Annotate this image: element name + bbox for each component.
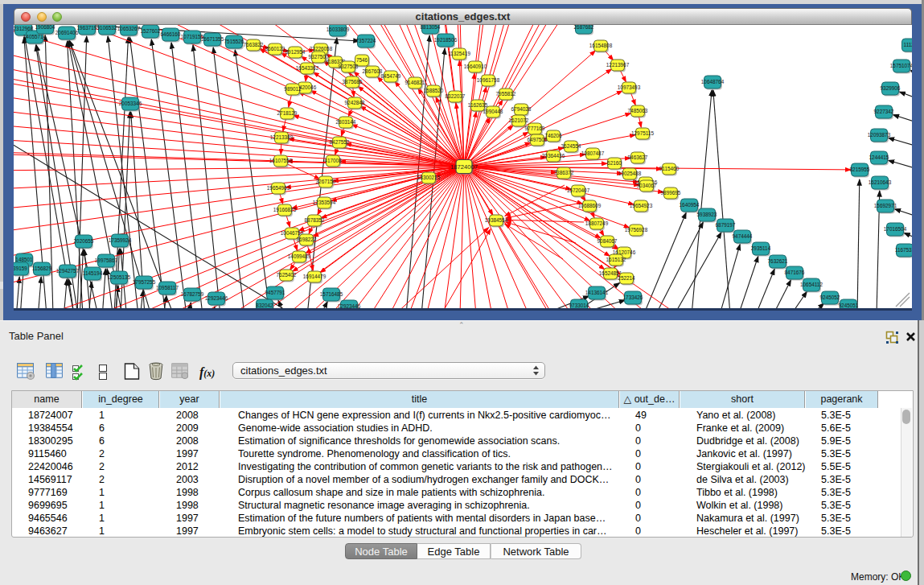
svg-text:7357224: 7357224 — [356, 38, 376, 43]
svg-text:11325419: 11325419 — [448, 51, 470, 56]
svg-text:19654963: 19654963 — [267, 185, 290, 191]
svg-text:10807487: 10807487 — [581, 150, 605, 156]
svg-text:2020655: 2020655 — [74, 238, 94, 244]
svg-text:1145194: 1145194 — [83, 270, 103, 276]
svg-text:17957255: 17957255 — [133, 279, 156, 285]
svg-text:20053346: 20053346 — [119, 101, 142, 106]
svg-text:1244415: 1244415 — [869, 154, 889, 160]
svg-text:19384554: 19384554 — [485, 217, 508, 223]
svg-text:17016504: 17016504 — [884, 226, 907, 232]
svg-text:15716485: 15716485 — [320, 291, 343, 297]
svg-text:1640954: 1640954 — [680, 202, 700, 208]
svg-text:3267150: 3267150 — [316, 179, 336, 184]
svg-text:8813054: 8813054 — [421, 25, 441, 30]
svg-text:1733426: 1733426 — [623, 295, 643, 300]
svg-text:16154808: 16154808 — [589, 43, 613, 48]
svg-text:16671355: 16671355 — [201, 36, 224, 42]
svg-text:7386372: 7386372 — [554, 170, 574, 175]
svg-text:1167533: 1167533 — [895, 247, 912, 253]
svg-text:7663822: 7663822 — [244, 42, 264, 47]
svg-text:10973493: 10973493 — [618, 84, 641, 90]
svg-text:19756928: 19756928 — [625, 227, 648, 233]
svg-text:7625402: 7625402 — [277, 272, 297, 278]
svg-text:9327508: 9327508 — [339, 64, 359, 69]
svg-text:20364436: 20364436 — [542, 153, 565, 159]
svg-text:19166825: 19166825 — [273, 207, 297, 212]
svg-text:7515526: 7515526 — [224, 39, 244, 44]
svg-text:5938923: 5938923 — [697, 212, 717, 217]
svg-text:9777169: 9777169 — [525, 126, 545, 131]
svg-text:19218506: 19218506 — [434, 37, 458, 43]
svg-text:39159: 39159 — [14, 266, 27, 271]
svg-text:15751074: 15751074 — [890, 63, 912, 68]
svg-text:8878352: 8878352 — [305, 217, 325, 223]
svg-text:9329906: 9329906 — [881, 85, 901, 91]
svg-text:6879197: 6879197 — [716, 222, 736, 228]
svg-text:1963719: 1963719 — [77, 25, 97, 31]
svg-text:2867608: 2867608 — [363, 68, 383, 74]
svg-text:6497508: 6497508 — [528, 137, 548, 142]
svg-text:18807249: 18807249 — [585, 220, 609, 226]
svg-text:9034067: 9034067 — [637, 183, 657, 188]
svg-text:1990448: 1990448 — [483, 109, 503, 114]
svg-text:9227342: 9227342 — [874, 109, 894, 114]
svg-text:8322037: 8322037 — [446, 93, 466, 99]
svg-text:9474444: 9474444 — [733, 233, 753, 239]
svg-text:9106532: 9106532 — [97, 25, 117, 31]
svg-text:23226058: 23226058 — [310, 46, 333, 51]
svg-text:9733014: 9733014 — [569, 303, 589, 308]
svg-text:16914479: 16914479 — [303, 274, 326, 279]
svg-text:19654923: 19654923 — [630, 203, 653, 208]
svg-text:12093873: 12093873 — [868, 132, 891, 138]
svg-text:9084067: 9084067 — [598, 238, 618, 244]
svg-text:10688609: 10688609 — [578, 203, 602, 208]
svg-text:11123: 11123 — [904, 42, 912, 47]
svg-text:417008: 417008 — [324, 158, 342, 163]
svg-text:252214: 252214 — [618, 275, 635, 281]
svg-text:2935114: 2935114 — [751, 245, 771, 251]
svg-text:16782759: 16782759 — [181, 291, 204, 297]
svg-text:12505135: 12505135 — [108, 274, 131, 280]
svg-text:2718129: 2718129 — [277, 110, 298, 116]
svg-text:10654112: 10654112 — [800, 282, 823, 287]
svg-text:18724007: 18724007 — [450, 163, 478, 171]
svg-text:12213967: 12213967 — [606, 62, 630, 68]
svg-text:14136141: 14136141 — [585, 290, 609, 295]
svg-text:17359924: 17359924 — [109, 237, 132, 243]
svg-text:12923446: 12923446 — [205, 295, 228, 301]
svg-text:9242848: 9242848 — [345, 100, 365, 105]
svg-text:3624554: 3624554 — [561, 143, 581, 149]
svg-text:10961758: 10961758 — [477, 77, 500, 83]
svg-text:8660123: 8660123 — [265, 46, 285, 51]
svg-text:2687682: 2687682 — [574, 25, 594, 30]
svg-text:10648764: 10648764 — [701, 79, 725, 84]
svg-text:9245052: 9245052 — [820, 295, 840, 300]
svg-text:148501: 148501 — [15, 257, 33, 262]
svg-text:10653267: 10653267 — [117, 26, 141, 31]
svg-text:7632621: 7632621 — [768, 258, 788, 264]
svg-text:1621072: 1621072 — [509, 117, 529, 123]
svg-text:16107558: 16107558 — [269, 158, 293, 163]
svg-text:19975867: 19975867 — [95, 257, 118, 263]
svg-text:9899695: 9899695 — [661, 190, 681, 196]
svg-text:15692971: 15692971 — [874, 203, 897, 208]
svg-text:9115460: 9115460 — [659, 166, 680, 171]
svg-text:10025488: 10025488 — [618, 171, 642, 176]
svg-text:7546: 7546 — [356, 57, 368, 63]
svg-text:746206: 746206 — [544, 133, 562, 138]
svg-text:12353594: 12353594 — [313, 200, 336, 205]
svg-text:12942757: 12942757 — [56, 268, 80, 274]
svg-text:8215955: 8215955 — [850, 167, 870, 172]
svg-text:1527602: 1527602 — [141, 28, 161, 34]
svg-text:9457791: 9457791 — [265, 290, 285, 295]
svg-text:9463627: 9463627 — [628, 154, 648, 160]
svg-text:16543362: 16543362 — [296, 65, 319, 71]
svg-text:1615132: 1615132 — [606, 257, 626, 262]
svg-text:1156829: 1156829 — [32, 266, 52, 271]
svg-text:6794028: 6794028 — [511, 106, 532, 112]
svg-text:3875685: 3875685 — [343, 79, 363, 84]
svg-text:8912954: 8912954 — [285, 49, 306, 55]
svg-text:12213389: 12213389 — [270, 134, 294, 140]
svg-text:8454749: 8454749 — [381, 73, 401, 79]
svg-text:7955812: 7955812 — [496, 91, 516, 97]
